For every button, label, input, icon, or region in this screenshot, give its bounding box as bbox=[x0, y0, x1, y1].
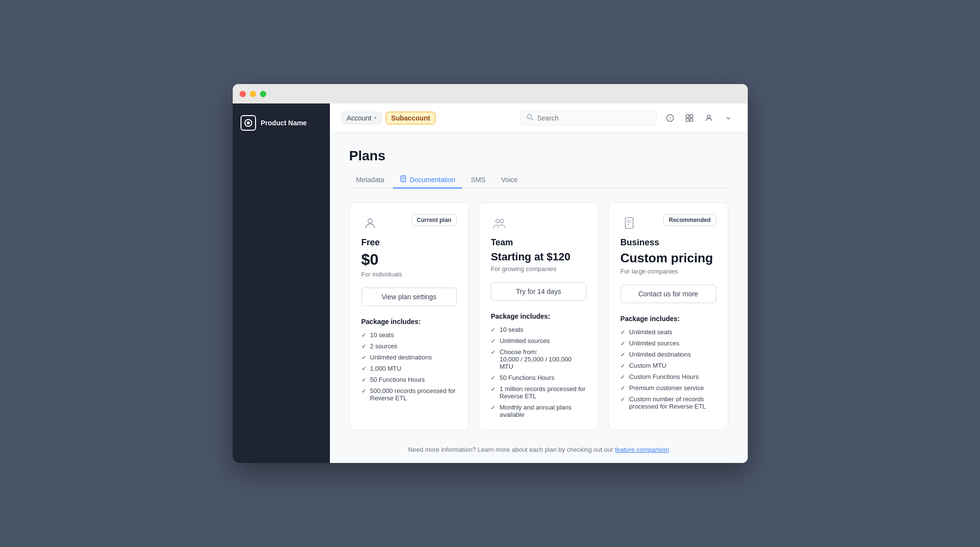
svg-line-3 bbox=[531, 119, 533, 120]
page-title: Plans bbox=[349, 148, 728, 164]
plan-team-desc: For growing companies bbox=[491, 265, 586, 273]
list-item: ✓ Custom MTU bbox=[620, 362, 716, 369]
maximize-dot[interactable] bbox=[260, 91, 266, 97]
check-icon: ✓ bbox=[361, 354, 366, 361]
plan-business-desc: For large companies bbox=[620, 268, 716, 275]
check-icon: ✓ bbox=[491, 386, 496, 393]
search-input[interactable] bbox=[537, 114, 650, 122]
tab-sms-label: SMS bbox=[471, 176, 485, 184]
minimize-dot[interactable] bbox=[250, 91, 256, 97]
search-bar[interactable] bbox=[520, 110, 656, 125]
list-item: ✓ Custom number of records processed for… bbox=[620, 395, 716, 410]
tab-voice-label: Voice bbox=[501, 176, 517, 184]
page-content: Plans Metadata bbox=[330, 133, 748, 463]
check-icon: ✓ bbox=[491, 326, 496, 333]
check-icon: ✓ bbox=[620, 362, 625, 369]
list-item: ✓ 50 Functions Hours bbox=[361, 376, 457, 383]
check-icon: ✓ bbox=[620, 340, 625, 347]
check-icon: ✓ bbox=[491, 338, 496, 344]
product-name: Product Name bbox=[261, 119, 307, 127]
sidebar: Product Name bbox=[233, 103, 330, 463]
svg-rect-9 bbox=[690, 119, 693, 121]
plan-business-badge: Recommended bbox=[663, 214, 716, 226]
list-item: ✓ Choose from:10,000 / 25,000 / 100,000 … bbox=[491, 348, 586, 370]
plan-team-features: ✓ 10 seats ✓ Unlimited sources ✓ Choose … bbox=[491, 326, 586, 418]
plan-team-price: Starting at $120 bbox=[491, 251, 586, 263]
list-item: ✓ 1 million records processed for Revers… bbox=[491, 385, 586, 400]
footer-note: Need more information? Learn more about … bbox=[349, 446, 728, 453]
user-button[interactable] bbox=[701, 110, 717, 126]
tabs-row: Metadata Documentation bbox=[349, 171, 728, 188]
list-item: ✓ 500,000 records processed for Reverse … bbox=[361, 387, 457, 402]
tab-documentation[interactable]: Documentation bbox=[393, 171, 462, 188]
plan-business-icon bbox=[620, 214, 638, 232]
user-chevron-button[interactable] bbox=[721, 110, 736, 126]
tab-voice[interactable]: Voice bbox=[494, 172, 524, 188]
svg-point-16 bbox=[496, 220, 499, 223]
app-body: Product Name Account ▾ Subaccount bbox=[233, 103, 748, 463]
list-item: ✓ Monthly and annual plans available bbox=[491, 404, 586, 418]
check-icon: ✓ bbox=[620, 385, 625, 392]
tab-sms[interactable]: SMS bbox=[464, 172, 492, 188]
breadcrumb-account-chevron: ▾ bbox=[374, 115, 377, 120]
plan-free-package-title: Package includes: bbox=[361, 318, 457, 325]
check-icon: ✓ bbox=[361, 332, 366, 339]
plan-team-name: Team bbox=[491, 238, 586, 248]
breadcrumb-subaccount[interactable]: Subaccount bbox=[386, 112, 435, 124]
search-icon bbox=[527, 114, 533, 122]
check-icon: ✓ bbox=[620, 374, 625, 380]
titlebar bbox=[233, 84, 748, 103]
product-icon bbox=[241, 115, 256, 131]
grid-button[interactable] bbox=[682, 110, 697, 126]
plan-free-badge: Current plan bbox=[412, 214, 457, 226]
plan-card-free-header: Current plan bbox=[361, 214, 457, 232]
feature-comparison-link[interactable]: feature comparison bbox=[615, 446, 669, 453]
svg-rect-6 bbox=[686, 115, 689, 118]
svg-rect-8 bbox=[686, 119, 689, 121]
breadcrumb-account-label: Account bbox=[347, 114, 372, 122]
svg-rect-18 bbox=[625, 218, 633, 228]
svg-rect-7 bbox=[690, 115, 693, 118]
check-icon: ✓ bbox=[361, 388, 366, 394]
plan-free-desc: For individuals bbox=[361, 271, 457, 278]
close-dot[interactable] bbox=[240, 91, 246, 97]
check-icon: ✓ bbox=[620, 396, 625, 403]
list-item: ✓ Unlimited sources bbox=[491, 337, 586, 344]
help-button[interactable]: ? bbox=[662, 110, 678, 126]
plan-business-price: Custom pricing bbox=[620, 251, 716, 266]
check-icon: ✓ bbox=[361, 376, 366, 383]
plans-grid: Current plan Free $0 For individuals Vie… bbox=[349, 202, 728, 430]
svg-point-1 bbox=[247, 121, 250, 124]
breadcrumb-account[interactable]: Account ▾ bbox=[342, 112, 382, 124]
plan-card-team: Team Starting at $120 For growing compan… bbox=[479, 202, 599, 430]
list-item: ✓ 10 seats bbox=[361, 331, 457, 339]
documentation-icon bbox=[400, 175, 407, 184]
check-icon: ✓ bbox=[361, 343, 366, 350]
list-item: ✓ Unlimited sources bbox=[620, 340, 716, 347]
plan-team-icon bbox=[491, 214, 508, 232]
plan-card-business-header: Recommended bbox=[620, 214, 716, 232]
tab-documentation-label: Documentation bbox=[410, 176, 455, 184]
plan-free-icon bbox=[361, 214, 379, 232]
list-item: ✓ Premium customer service bbox=[620, 384, 716, 392]
plan-free-features: ✓ 10 seats ✓ 2 sources ✓ Unlimited desti… bbox=[361, 331, 457, 402]
plan-team-button[interactable]: Try for 14 days bbox=[491, 282, 586, 301]
main-content: Account ▾ Subaccount bbox=[330, 103, 748, 463]
plan-business-name: Business bbox=[620, 238, 716, 248]
breadcrumb-area: Account ▾ Subaccount bbox=[342, 112, 515, 124]
topbar-icons: ? bbox=[662, 110, 736, 126]
list-item: ✓ 1,000 MTU bbox=[361, 365, 457, 372]
footer-note-text: Need more information? Learn more about … bbox=[408, 446, 613, 453]
svg-point-10 bbox=[707, 115, 710, 118]
plan-team-package-title: Package includes: bbox=[491, 312, 586, 320]
list-item: ✓ 10 seats bbox=[491, 326, 586, 333]
check-icon: ✓ bbox=[361, 365, 366, 372]
plan-card-business: Recommended Business Custom pricing For … bbox=[608, 202, 728, 430]
breadcrumb-subaccount-label: Subaccount bbox=[391, 114, 430, 122]
plan-business-button[interactable]: Contact us for more bbox=[620, 285, 716, 303]
list-item: ✓ 50 Functions Hours bbox=[491, 374, 586, 381]
plan-free-button[interactable]: View plan settings bbox=[361, 288, 457, 306]
tab-metadata[interactable]: Metadata bbox=[349, 172, 391, 188]
list-item: ✓ Unlimited destinations bbox=[361, 354, 457, 361]
app-window: Product Name Account ▾ Subaccount bbox=[233, 84, 748, 463]
